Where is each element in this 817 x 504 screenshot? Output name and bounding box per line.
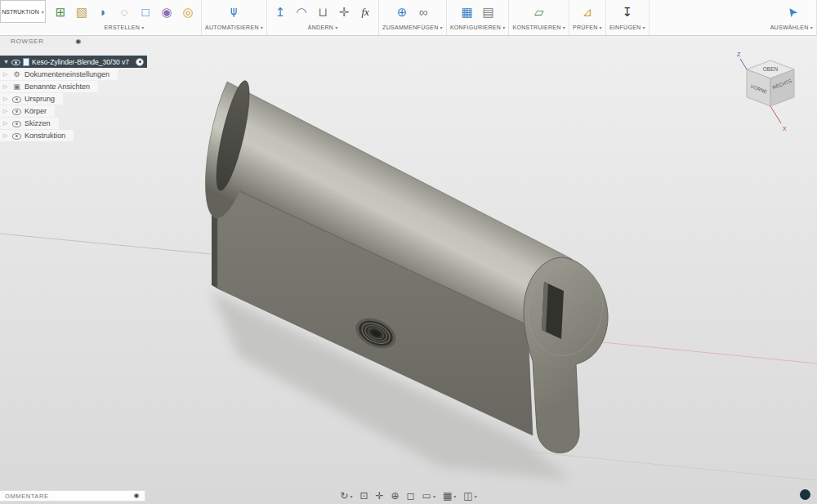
view-navigation-bar: ↻ ▾ ⊡ ✛ ⊕ ◻ ▭ ▾ ▦ ▾ ◫ ▾	[340, 490, 476, 502]
joint-icon[interactable]: ∞	[413, 2, 433, 22]
display-settings-icon: ▭	[422, 490, 431, 502]
menu-konstruieren[interactable]: KONSTRUIEREN ▾	[512, 23, 565, 30]
chevron-down-icon: ▾	[335, 25, 337, 30]
browser-collapse-icon[interactable]: ◉	[75, 38, 82, 45]
chevron-down-icon: ▾	[475, 493, 477, 499]
viewcube[interactable]: OBEN VORNE RECHTS Z X	[734, 46, 807, 136]
axis-line-red	[602, 342, 817, 364]
browser-item-koerper[interactable]: ▷ Körper	[0, 105, 55, 117]
toolbar-group-automatisieren: ⋔ AUTOMATISIEREN ▾	[202, 0, 267, 35]
menu-aendern-label: ÄNDERN	[308, 25, 333, 30]
browser-item-benannte-ansichten[interactable]: ▷ ▣ Benannte Ansichten	[0, 81, 98, 92]
menu-erstellen[interactable]: ERSTELLEN ▾	[105, 23, 145, 30]
browser-item-label: Körper	[25, 107, 47, 115]
comments-bar-label: OMMENTARE	[5, 493, 49, 500]
menu-pruefen-label: PRÜFEN	[573, 25, 598, 30]
chevron-down-icon: ▾	[141, 25, 144, 30]
activate-component-radio[interactable]	[136, 58, 144, 66]
expand-arrow-icon[interactable]: ▷	[3, 108, 9, 114]
grid-snap-button[interactable]: ▦ ▾	[443, 490, 456, 502]
visibility-eye-icon[interactable]	[12, 107, 21, 116]
press-pull-icon[interactable]: ↥	[270, 2, 290, 22]
expand-arrow-icon[interactable]: ▼	[3, 59, 9, 65]
torus-icon[interactable]: ◎	[178, 2, 198, 22]
menu-konfigurieren[interactable]: KONFIGURIEREN ▾	[450, 23, 506, 30]
viewports-button[interactable]: ◫ ▾	[463, 490, 476, 502]
orbit-icon: ↻	[340, 490, 348, 502]
zoom-window-icon: ◻	[407, 490, 415, 502]
help-button[interactable]	[800, 489, 810, 500]
configuration-table-icon[interactable]: ▦	[458, 2, 477, 22]
look-at-button[interactable]: ⊡	[359, 490, 368, 502]
expand-arrow-icon[interactable]: ▷	[3, 132, 9, 139]
parameters-icon[interactable]: fx	[355, 2, 375, 22]
configure-features-icon[interactable]: ▤	[479, 2, 498, 22]
pan-icon: ✛	[375, 490, 383, 502]
menu-einfuegen-label: EINFÜGEN	[609, 25, 641, 30]
box-primitive-icon[interactable]: ▧	[72, 2, 92, 22]
select-icon[interactable]: ➤	[780, 2, 802, 22]
visibility-eye-icon[interactable]	[12, 95, 21, 104]
expand-arrow-icon[interactable]: ▷	[3, 120, 9, 127]
toolbar-group-pruefen: ⊿ PRÜFEN ▾	[569, 0, 606, 35]
visibility-eye-icon[interactable]	[12, 119, 21, 128]
menu-automatisieren[interactable]: AUTOMATISIEREN ▾	[205, 23, 263, 30]
toolbar-group-konfigurieren: ▦ ▤ KONFIGURIEREN ▾	[447, 0, 510, 35]
coil-icon[interactable]: ◉	[157, 2, 176, 22]
workspace-selector[interactable]: NSTRUKTION ▾	[0, 0, 46, 23]
menu-zusammenfuegen[interactable]: ZUSAMMENFÜGEN ▾	[382, 23, 443, 30]
measure-icon[interactable]: ⊿	[578, 2, 597, 22]
fillet-icon[interactable]: ◠	[292, 2, 311, 22]
toolbar-group-einfuegen: ↧ EINFÜGEN ▾	[606, 0, 650, 35]
browser-item-dokumenteneinstellungen[interactable]: ▷ ⚙ Dokumenteneinstellungen	[0, 69, 118, 80]
display-settings-button[interactable]: ▭ ▾	[422, 490, 435, 502]
zoom-window-button[interactable]: ◻	[407, 490, 415, 502]
browser-header[interactable]: ROWSER ◉	[0, 36, 85, 47]
menu-zusammenfuegen-label: ZUSAMMENFÜGEN	[382, 25, 438, 30]
chevron-down-icon: ▾	[502, 25, 505, 30]
pan-button[interactable]: ✛	[375, 490, 383, 502]
browser-item-label: Benannte Ansichten	[25, 83, 90, 91]
visibility-eye-icon[interactable]	[12, 132, 21, 140]
menu-pruefen[interactable]: PRÜFEN ▾	[573, 23, 602, 30]
browser-panel: ROWSER ◉ ▼ Keso-Zylinder-Blende_30/30 v7…	[0, 36, 147, 141]
menu-aendern[interactable]: ÄNDERN ▾	[308, 23, 338, 30]
shell-icon[interactable]: ⊔	[313, 2, 333, 22]
toolbar-group-aendern: ↥ ◠ ⊔ ✛ fx ÄNDERN ▾	[267, 0, 379, 35]
menu-erstellen-label: ERSTELLEN	[105, 25, 141, 30]
browser-item-label: Ursprung	[25, 95, 55, 103]
browser-root-row[interactable]: ▼ Keso-Zylinder-Blende_30/30 v7	[0, 56, 147, 68]
chevron-down-icon: ▾	[261, 25, 263, 30]
comments-collapse-icon[interactable]: ◉	[133, 493, 140, 499]
orbit-button[interactable]: ↻ ▾	[340, 490, 352, 502]
zoom-button[interactable]: ⊕	[391, 490, 400, 502]
chevron-down-icon: ▾	[600, 25, 602, 30]
extrude-icon[interactable]: ◗	[93, 2, 113, 22]
automate-icon[interactable]: ⋔	[229, 2, 239, 22]
visibility-eye-icon[interactable]	[11, 57, 20, 66]
browser-item-konstruktion[interactable]: ▷ Konstruktion	[0, 130, 74, 141]
viewport-canvas[interactable]: ROWSER ◉ ▼ Keso-Zylinder-Blende_30/30 v7…	[0, 36, 817, 504]
insert-icon[interactable]: ↧	[618, 2, 637, 22]
expand-arrow-icon[interactable]: ▷	[3, 71, 9, 78]
expand-arrow-icon[interactable]: ▷	[3, 83, 9, 90]
browser-item-skizzen[interactable]: ▷ Skizzen	[0, 118, 59, 129]
workspace-selector-label: NSTRUKTION	[2, 9, 39, 15]
expand-arrow-icon[interactable]: ▷	[3, 96, 9, 102]
menu-auswaehlen-label: AUSWÄHLEN	[770, 25, 809, 30]
menu-konfigurieren-label: KONFIGURIEREN	[450, 25, 501, 30]
revolve-icon[interactable]: ◌	[114, 2, 134, 22]
menu-auswaehlen[interactable]: AUSWÄHLEN ▾	[770, 23, 813, 30]
comments-bar[interactable]: OMMENTARE ◉	[0, 490, 145, 502]
model-right-cap[interactable]	[524, 257, 608, 453]
chevron-down-icon: ▾	[350, 493, 352, 499]
pattern-icon[interactable]: □	[136, 2, 155, 22]
construction-plane-icon[interactable]: ▱	[529, 2, 549, 22]
new-component-icon[interactable]: ⊕	[392, 2, 412, 22]
main-toolbar: ⊞ ▧ ◗ ◌ □ ◉ ◎ ERSTELLEN ▾ ⋔ AUTOMATISIER…	[0, 0, 817, 36]
create-sketch-icon[interactable]: ⊞	[51, 2, 70, 22]
move-icon[interactable]: ✛	[334, 2, 354, 22]
browser-item-ursprung[interactable]: ▷ Ursprung	[0, 93, 63, 105]
axis-label-x: X	[783, 126, 787, 132]
menu-einfuegen[interactable]: EINFÜGEN ▾	[609, 23, 645, 30]
